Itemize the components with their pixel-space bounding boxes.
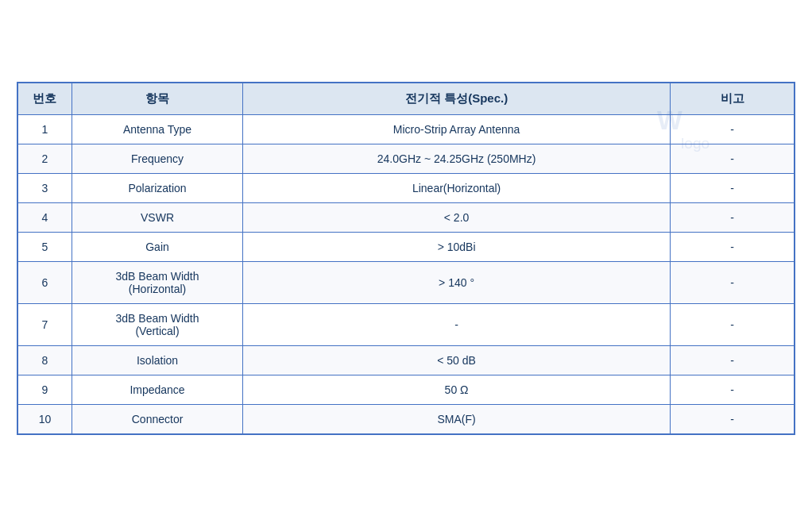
cell-spec: SMA(F)	[243, 404, 671, 434]
table-row: 73dB Beam Width(Vertical)--	[17, 303, 795, 345]
cell-spec: > 140 °	[243, 261, 671, 303]
header-spec: 전기적 특성(Spec.)	[243, 83, 671, 115]
header-note: 비고	[671, 83, 795, 115]
header-num: 번호	[17, 83, 72, 115]
cell-item: Antenna Type	[72, 114, 242, 144]
cell-item: Connector	[72, 404, 242, 434]
cell-item: Polarization	[72, 173, 242, 202]
spec-table: 번호 항목 전기적 특성(Spec.) 비고 1Antenna TypeMicr…	[17, 82, 795, 435]
cell-num: 5	[17, 232, 72, 261]
cell-spec: < 50 dB	[243, 345, 671, 375]
cell-num: 8	[17, 345, 72, 375]
cell-item: 3dB Beam Width(Horizontal)	[72, 261, 242, 303]
table-row: 4VSWR< 2.0-	[17, 202, 795, 232]
cell-note: -	[671, 114, 795, 144]
cell-note: -	[671, 303, 795, 345]
cell-num: 10	[17, 404, 72, 434]
cell-num: 9	[17, 375, 72, 404]
cell-item: Frequency	[72, 144, 242, 173]
cell-note: -	[671, 232, 795, 261]
table-row: 8Isolation< 50 dB-	[17, 345, 795, 375]
cell-spec: Micro-Strip Array Antenna	[243, 114, 671, 144]
cell-spec: 24.0GHz ~ 24.25GHz (250MHz)	[243, 144, 671, 173]
cell-spec: < 2.0	[243, 202, 671, 232]
cell-num: 4	[17, 202, 72, 232]
table-row: 63dB Beam Width(Horizontal)> 140 °-	[17, 261, 795, 303]
cell-item: Gain	[72, 232, 242, 261]
table-row: 2Frequency24.0GHz ~ 24.25GHz (250MHz)-	[17, 144, 795, 173]
cell-item: VSWR	[72, 202, 242, 232]
cell-spec: -	[243, 303, 671, 345]
cell-note: -	[671, 345, 795, 375]
cell-note: -	[671, 144, 795, 173]
cell-note: -	[671, 404, 795, 434]
cell-spec: Linear(Horizontal)	[243, 173, 671, 202]
table-header-row: 번호 항목 전기적 특성(Spec.) 비고	[17, 83, 795, 115]
table-row: 5Gain> 10dBi-	[17, 232, 795, 261]
table-row: 9Impedance50 Ω-	[17, 375, 795, 404]
cell-note: -	[671, 173, 795, 202]
cell-item: Isolation	[72, 345, 242, 375]
cell-spec: > 10dBi	[243, 232, 671, 261]
cell-note: -	[671, 375, 795, 404]
cell-num: 6	[17, 261, 72, 303]
table-row: 1Antenna TypeMicro-Strip Array Antenna-	[17, 114, 795, 144]
table-row: 10ConnectorSMA(F)-	[17, 404, 795, 434]
cell-item: Impedance	[72, 375, 242, 404]
cell-num: 7	[17, 303, 72, 345]
cell-spec: 50 Ω	[243, 375, 671, 404]
cell-note: -	[671, 261, 795, 303]
table-container: W logo 번호 항목 전기적 특성(Spec.) 비고 1Antenna T…	[17, 82, 795, 435]
header-item: 항목	[72, 83, 242, 115]
cell-num: 2	[17, 144, 72, 173]
table-row: 3PolarizationLinear(Horizontal)-	[17, 173, 795, 202]
cell-item: 3dB Beam Width(Vertical)	[72, 303, 242, 345]
cell-note: -	[671, 202, 795, 232]
cell-num: 3	[17, 173, 72, 202]
cell-num: 1	[17, 114, 72, 144]
